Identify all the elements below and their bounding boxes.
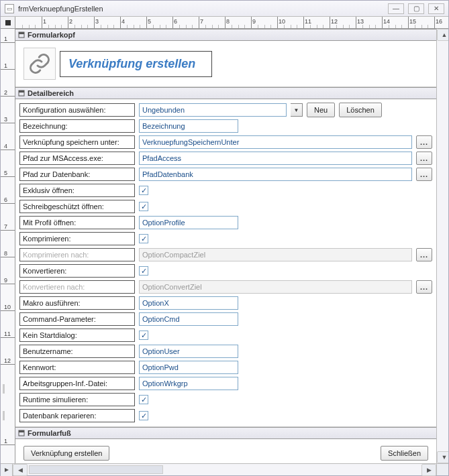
checkbox[interactable] [139, 186, 148, 195]
detail-row: Konvertieren nach:OptionConvertZiel... [19, 279, 432, 295]
checkbox[interactable] [139, 266, 148, 276]
scroll-right-button[interactable]: ▶ [421, 464, 436, 476]
field-input[interactable]: OptionPwd [139, 361, 238, 374]
checkbox[interactable] [139, 395, 148, 404]
maximize-button[interactable]: ▢ [408, 3, 424, 14]
section-header-detail[interactable]: Detailbereich [15, 87, 436, 99]
config-select-combo[interactable]: Ungebunden [139, 103, 287, 117]
field-input[interactable]: VerknuepfungSpeichernUnter [139, 135, 412, 149]
section-header-label: Formularkopf [28, 31, 75, 39]
vertical-ruler[interactable]: 11234567891011121 [1, 29, 15, 463]
field-input[interactable]: PfadDatenbank [139, 168, 412, 181]
scroll-v-track[interactable] [437, 41, 448, 451]
detail-row: Pfad zur Datenbank:PfadDatenbank... [19, 166, 432, 182]
scroll-down-button[interactable]: ▼ [437, 451, 448, 463]
field-input[interactable]: OptionUser [139, 345, 238, 358]
detail-row: Komprimieren: [19, 231, 432, 247]
field-label[interactable]: Konvertieren: [19, 264, 135, 278]
detail-row: Kennwort:OptionPwd [19, 359, 432, 375]
browse-button[interactable]: ... [416, 152, 432, 165]
field-label[interactable]: Arbeitsgruppen-Inf.-Datei: [19, 377, 135, 390]
detail-row: Makro ausführen:OptionX [19, 295, 432, 311]
design-canvas[interactable]: Formularkopf Verknüpfung erstellen [15, 29, 436, 463]
config-select-label[interactable]: Konfiguration auswählen: [19, 103, 135, 117]
link-icon [23, 48, 56, 80]
section-toggle-icon [18, 32, 25, 38]
checkbox[interactable] [139, 411, 148, 420]
body: 11234567891011121 Formularkopf [1, 29, 448, 463]
field-input[interactable]: OptionConvertZiel [139, 280, 412, 294]
field-label[interactable]: Komprimieren: [19, 232, 135, 245]
browse-button[interactable]: ... [416, 248, 432, 261]
field-input[interactable]: OptionCmd [139, 312, 238, 326]
section-header-formularkopf[interactable]: Formularkopf [15, 29, 436, 41]
delete-button[interactable]: Löschen [339, 103, 382, 117]
close-button[interactable]: ✕ [428, 3, 444, 14]
field-label[interactable]: Pfad zur Datenbank: [19, 168, 135, 181]
field-label[interactable]: Bezeichnung: [19, 119, 135, 133]
detail-row: Bezeichnung:Bezeichnung [19, 118, 432, 134]
field-label[interactable]: Konvertieren nach: [19, 280, 135, 294]
field-label[interactable]: Komprimieren nach: [19, 248, 135, 261]
checkbox[interactable] [139, 331, 148, 340]
browse-button[interactable]: ... [416, 280, 432, 294]
field-input[interactable]: OptionX [139, 296, 238, 310]
field-input[interactable]: PfadAccess [139, 152, 412, 165]
ruler-row: 12345678910111213141516 [1, 17, 448, 29]
checkbox[interactable] [139, 202, 148, 211]
ruler-corner[interactable] [1, 17, 15, 29]
field-input[interactable]: OptionCompactZiel [139, 248, 412, 261]
field-label[interactable]: Benutzername: [19, 345, 135, 358]
section-header-footer[interactable]: Formularfuß [15, 427, 436, 439]
field-input[interactable]: OptionProfile [139, 216, 238, 229]
detail-row: Schreibgeschützt öffnen: [19, 198, 432, 215]
svg-rect-3 [19, 91, 24, 93]
detail-row: Kein Startdialog: [19, 327, 432, 343]
section-toggle-icon [18, 430, 25, 436]
field-label[interactable]: Kennwort: [19, 361, 135, 374]
field-label[interactable]: Datenbank reparieren: [19, 409, 135, 422]
field-label[interactable]: Schreibgeschützt öffnen: [19, 200, 135, 213]
combo-dropdown-button[interactable]: ▼ [291, 103, 303, 117]
browse-button[interactable]: ... [416, 168, 432, 181]
close-form-button[interactable]: Schließen [381, 446, 428, 461]
horizontal-ruler[interactable]: 12345678910111213141516 [15, 17, 448, 28]
field-label[interactable]: Verknüpfung speichern unter: [19, 135, 135, 149]
detail-row: Command-Parameter:OptionCmd [19, 311, 432, 327]
field-label[interactable]: Kein Startdialog: [19, 329, 135, 342]
scrollbar-corner [436, 464, 448, 475]
field-label[interactable]: Runtime simulieren: [19, 393, 135, 406]
scroll-h-thumb[interactable] [29, 465, 163, 474]
scroll-h-track[interactable] [164, 464, 421, 475]
vertical-scrollbar[interactable]: ▲ ▼ [436, 29, 448, 463]
detail-row: Exklusiv öffnen: [19, 182, 432, 198]
minimize-button[interactable]: — [388, 3, 404, 14]
section-header-label: Formularfuß [28, 429, 71, 437]
scroll-left-button[interactable]: ◀ [13, 464, 28, 476]
horizontal-scrollbar-row: ◀ ▶ [1, 463, 448, 475]
section-toggle-icon [18, 90, 25, 97]
scroll-up-button[interactable]: ▲ [437, 29, 448, 41]
create-link-button[interactable]: Verknüpfung erstellen [23, 446, 109, 461]
svg-rect-5 [19, 430, 24, 432]
view-mode-button[interactable] [1, 464, 13, 476]
field-label[interactable]: Mit Profil öffnen: [19, 216, 135, 229]
detail-row: Datenbank reparieren: [19, 408, 432, 424]
field-label[interactable]: Pfad zur MSAccess.exe: [19, 152, 135, 165]
field-input[interactable]: OptionWrkgrp [139, 377, 238, 390]
detail-body: Konfiguration auswählen: Ungebunden ▼ Ne… [15, 99, 436, 427]
new-button[interactable]: Neu [307, 103, 335, 117]
field-input[interactable]: Bezeichnung [139, 119, 238, 133]
detail-row: Arbeitsgruppen-Inf.-Datei:OptionWrkgrp [19, 375, 432, 392]
detail-row: Benutzername:OptionUser [19, 343, 432, 359]
horizontal-scrollbar[interactable]: ◀ ▶ [13, 464, 436, 475]
form-title-label[interactable]: Verknüpfung erstellen [60, 51, 212, 77]
browse-button[interactable]: ... [416, 135, 432, 149]
svg-marker-6 [5, 468, 9, 472]
detail-row: Pfad zur MSAccess.exe:PfadAccess... [19, 150, 432, 166]
detail-row: Konvertieren: [19, 263, 432, 279]
field-label[interactable]: Command-Parameter: [19, 312, 135, 326]
field-label[interactable]: Exklusiv öffnen: [19, 184, 135, 197]
checkbox[interactable] [139, 234, 148, 243]
field-label[interactable]: Makro ausführen: [19, 296, 135, 310]
